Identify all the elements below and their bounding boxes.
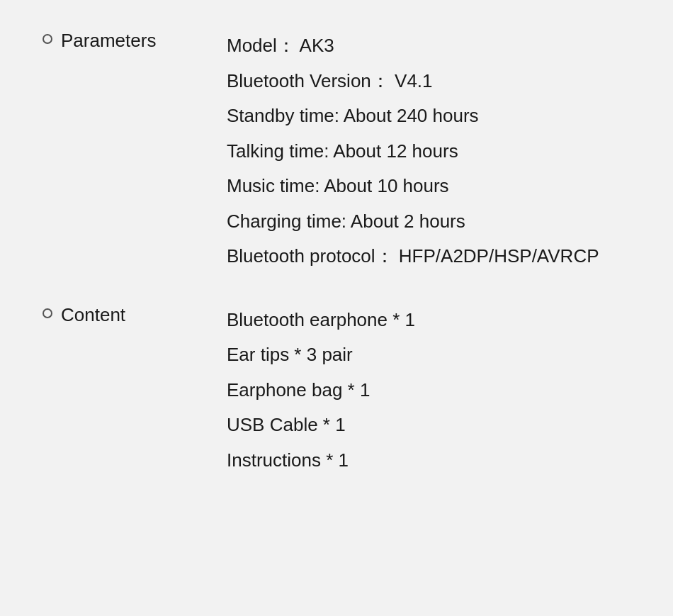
section-content-parameters: Model： AK3Bluetooth Version： V4.1Standby… (227, 28, 630, 274)
content-line-parameters-2: Standby time: About 240 hours (227, 99, 630, 134)
section-parameters: ParametersModel： AK3Bluetooth Version： V… (43, 28, 630, 274)
content-line-parameters-5: Charging time: About 2 hours (227, 204, 630, 240)
content-line-parameters-6: Bluetooth protocol： HFP/A2DP/HSP/AVRCP (227, 239, 630, 274)
bullet-icon-content (43, 308, 52, 318)
content-line-content-2: Earphone bag * 1 (227, 373, 630, 408)
content-line-content-0: Bluetooth earphone * 1 (227, 303, 630, 338)
content-line-parameters-4: Music time: About 10 hours (227, 169, 630, 204)
section-label-wrapper-parameters: Parameters (43, 28, 227, 52)
content-line-parameters-0: Model： AK3 (227, 28, 630, 64)
content-line-content-1: Ear tips * 3 pair (227, 337, 630, 373)
content-line-content-3: USB Cable * 1 (227, 408, 630, 443)
content-line-parameters-3: Talking time: About 12 hours (227, 134, 630, 169)
bullet-icon-parameters (43, 34, 52, 44)
section-content-content: Bluetooth earphone * 1Ear tips * 3 pairE… (227, 303, 630, 478)
section-content: ContentBluetooth earphone * 1Ear tips * … (43, 303, 630, 478)
section-label-text-content: Content (61, 304, 125, 326)
page-container: ParametersModel： AK3Bluetooth Version： V… (43, 28, 630, 478)
section-label-text-parameters: Parameters (61, 30, 156, 52)
content-line-parameters-1: Bluetooth Version： V4.1 (227, 64, 630, 99)
content-line-content-4: Instructions * 1 (227, 443, 630, 478)
section-label-wrapper-content: Content (43, 303, 227, 326)
